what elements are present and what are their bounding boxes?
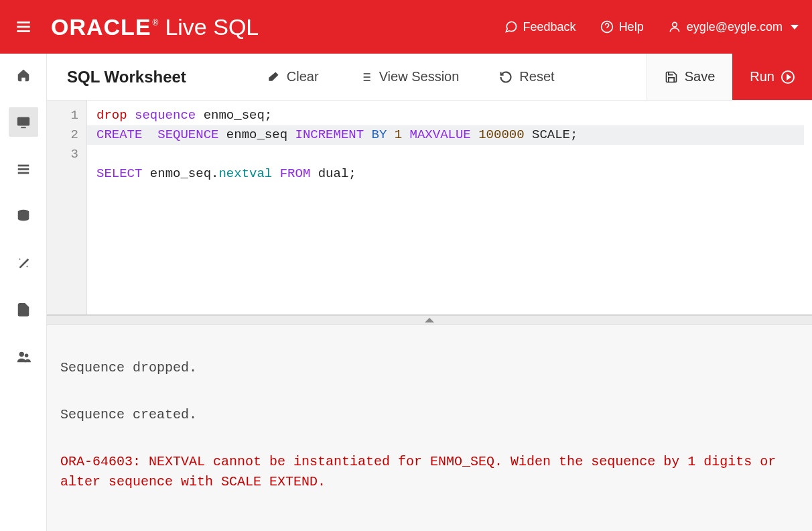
brand-sub: Live SQL	[165, 14, 259, 40]
brand: ORACLE ® Live SQL	[51, 14, 259, 40]
database-icon	[16, 209, 31, 223]
menu-toggle-button[interactable]	[12, 15, 35, 38]
svg-point-16	[19, 352, 23, 357]
result-message: Sequence dropped.	[60, 358, 799, 378]
sidebar-item-worksheet[interactable]	[9, 107, 38, 137]
code-area[interactable]: drop sequence enmo_seq; CREATE SEQUENCE …	[87, 101, 812, 314]
code-line: drop sequence enmo_seq;	[96, 108, 272, 123]
svg-rect-10	[17, 172, 29, 174]
help-label: Help	[619, 20, 644, 34]
svg-rect-7	[21, 127, 25, 128]
help-link[interactable]: Help	[600, 20, 644, 34]
user-email: eygle@eygle.com	[687, 20, 783, 34]
worksheet-actions: Clear View Session Reset	[267, 69, 555, 84]
line-number: 1	[47, 106, 78, 125]
line-gutter: 123	[47, 101, 87, 314]
results-panel: Sequence dropped.Sequence created.ORA-64…	[47, 324, 812, 531]
line-number: 2	[47, 125, 78, 145]
code-line: CREATE SEQUENCE enmo_seq INCREMENT BY 1 …	[87, 125, 804, 145]
sidebar-item-schema[interactable]	[9, 201, 38, 231]
worksheet-right-buttons: Save Run	[647, 54, 812, 100]
code-editor[interactable]: 123 drop sequence enmo_seq; CREATE SEQUE…	[47, 101, 812, 315]
svg-rect-6	[17, 117, 29, 126]
sidebar-item-wizard[interactable]	[9, 248, 38, 278]
chat-icon	[504, 20, 518, 34]
home-icon	[16, 68, 31, 82]
sidebar-item-scripts[interactable]	[9, 295, 38, 324]
view-session-button[interactable]: View Session	[359, 69, 460, 84]
list-icon	[16, 162, 31, 176]
svg-rect-9	[17, 168, 29, 170]
svg-point-13	[26, 266, 27, 268]
result-error: ORA-64603: NEXTVAL cannot be instantiate…	[60, 452, 799, 492]
splitter-handle[interactable]	[47, 315, 812, 324]
code-line: SELECT enmo_seq.nextval FROM dual;	[96, 166, 356, 181]
run-label: Run	[750, 69, 774, 84]
top-right-actions: Feedback Help eygle@eygle.com	[504, 20, 799, 34]
top-header: ORACLE ® Live SQL Feedback Help eygle@ey…	[0, 0, 812, 54]
result-message: Sequence created.	[60, 405, 799, 425]
caret-down-icon	[791, 25, 799, 30]
feedback-label: Feedback	[523, 20, 576, 34]
run-button[interactable]: Run	[732, 54, 812, 100]
reset-button[interactable]: Reset	[499, 69, 554, 84]
line-number: 3	[47, 145, 78, 164]
user-menu[interactable]: eygle@eygle.com	[668, 20, 799, 34]
user-icon	[668, 20, 681, 34]
monitor-icon	[16, 115, 31, 129]
page-title: SQL Worksheet	[67, 68, 186, 86]
feedback-link[interactable]: Feedback	[504, 20, 576, 34]
side-rail	[0, 54, 47, 531]
svg-point-5	[672, 22, 677, 27]
worksheet-toolbar: SQL Worksheet Clear View Session Reset	[47, 54, 812, 101]
clear-label: Clear	[287, 69, 319, 84]
save-icon	[665, 70, 678, 84]
sidebar-item-home[interactable]	[9, 60, 38, 90]
help-icon	[600, 20, 614, 34]
main-area: SQL Worksheet Clear View Session Reset	[0, 54, 812, 531]
clear-button[interactable]: Clear	[267, 69, 319, 84]
sidebar-item-list[interactable]	[9, 154, 38, 184]
session-icon	[359, 70, 373, 84]
hamburger-icon	[15, 18, 32, 36]
reset-icon	[499, 70, 513, 84]
sidebar-item-community[interactable]	[9, 342, 38, 371]
document-icon	[16, 302, 31, 317]
brand-oracle: ORACLE	[51, 14, 151, 40]
save-button[interactable]: Save	[647, 54, 733, 100]
brand-registered: ®	[153, 18, 159, 27]
view-session-label: View Session	[379, 69, 460, 84]
eraser-icon	[267, 70, 280, 84]
svg-point-17	[24, 353, 28, 357]
play-icon	[781, 70, 795, 84]
svg-point-12	[19, 259, 20, 260]
content-area: SQL Worksheet Clear View Session Reset	[47, 54, 812, 531]
svg-rect-8	[17, 165, 29, 167]
wand-icon	[16, 255, 31, 270]
reset-label: Reset	[519, 69, 554, 84]
save-label: Save	[685, 69, 716, 84]
users-icon	[16, 349, 31, 364]
